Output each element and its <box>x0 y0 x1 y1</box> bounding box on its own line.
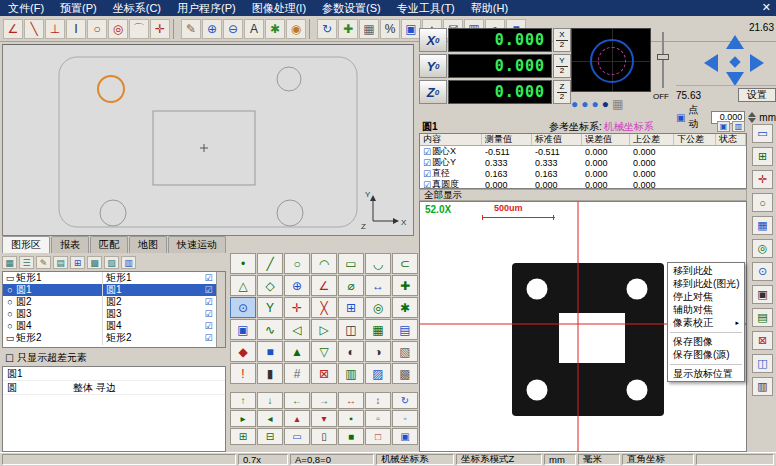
axis-zero-button[interactable]: X0 <box>419 28 447 52</box>
columns-icon[interactable]: ▥ <box>121 256 136 269</box>
frame-tool-icon[interactable]: ▣ <box>401 19 421 39</box>
step-right-icon[interactable]: ▸ <box>230 410 256 427</box>
ctx-pixel-calibration[interactable]: 像素校正 ▸ <box>668 316 744 329</box>
curve-tool-icon[interactable]: ∿ <box>257 319 283 340</box>
step-down-icon[interactable]: ▾ <box>311 410 337 427</box>
roi-ring-icon[interactable]: ◎ <box>752 239 773 258</box>
roi-close-icon[interactable]: ⊠ <box>752 331 773 350</box>
roi-circle-icon[interactable]: ○ <box>752 193 773 212</box>
detail-row-method[interactable]: 圆 整体 寻边 <box>3 381 225 395</box>
angle-measure-icon[interactable]: ∠ <box>311 275 337 296</box>
part-outline[interactable] <box>59 57 357 227</box>
solid-diamond-icon[interactable]: ◆ <box>230 341 256 362</box>
coordinate-tool-icon[interactable]: ▣ <box>717 121 730 132</box>
element-visible-check-icon[interactable]: ☑ <box>203 273 214 283</box>
roi-grid-icon[interactable]: ⊞ <box>752 147 773 166</box>
result-check-icon[interactable]: ☑ <box>423 158 431 168</box>
hatch-alt-icon[interactable]: ▨ <box>104 256 119 269</box>
element-type-icon[interactable]: ○ <box>4 285 16 295</box>
filter-row[interactable]: ☐ 只显示超差元素 <box>5 352 87 364</box>
jog-up-button[interactable] <box>726 35 744 49</box>
circle-2[interactable] <box>277 67 301 91</box>
arc-measure-icon[interactable]: ◠ <box>311 253 337 274</box>
half-circle-left-icon[interactable]: ◐ <box>338 341 364 362</box>
graphics-canvas[interactable]: Y X Z <box>2 44 414 236</box>
ctx-assist-focus[interactable]: 辅助对焦 <box>668 303 744 316</box>
height-tool-icon[interactable]: Ⅰ <box>66 19 86 39</box>
down-triangle-icon[interactable]: ▽ <box>311 341 337 362</box>
boxed-x-icon[interactable]: ⊠ <box>311 363 337 384</box>
light-grid-icon[interactable]: ▦ <box>612 98 623 110</box>
rotate-cw-icon[interactable]: ↻ <box>392 392 418 409</box>
menu-file[interactable]: 文件(F) <box>0 0 52 17</box>
alert-tool-icon[interactable]: ! <box>230 363 256 384</box>
ctx-move-here-light[interactable]: 移到此处(图光) <box>668 277 744 290</box>
step-up-icon[interactable]: ▴ <box>284 410 310 427</box>
grid-tool-icon[interactable]: ▦ <box>359 19 379 39</box>
axis-halve-button[interactable]: Z2 <box>553 80 571 104</box>
ctx-save-image-source[interactable]: 保存图像(源) <box>668 348 744 361</box>
filled-square-icon[interactable]: ■ <box>338 428 364 445</box>
menu-settings[interactable]: 参数设置(S) <box>314 0 389 17</box>
menu-help[interactable]: 帮助(H) <box>463 0 516 17</box>
grid-construct-icon[interactable]: ⊞ <box>338 297 364 318</box>
step-spinner[interactable] <box>748 112 756 123</box>
grid-plus-icon[interactable]: ⊞ <box>230 428 256 445</box>
axis-halve-button[interactable]: Y2 <box>553 54 571 78</box>
box-scan-icon[interactable]: ▣ <box>230 319 256 340</box>
circle-3[interactable] <box>100 200 126 226</box>
mesh-tool-icon[interactable]: ▦ <box>365 319 391 340</box>
construct-point-icon[interactable]: ⊕ <box>284 275 310 296</box>
perpendicular-tool-icon[interactable]: ⊥ <box>45 19 65 39</box>
element-type-icon[interactable]: ○ <box>4 309 16 319</box>
add-tool-icon[interactable]: ✚ <box>338 19 358 39</box>
edit-icon[interactable]: ✎ <box>36 256 51 269</box>
ctx-separator[interactable] <box>670 329 742 333</box>
grid-minus-icon[interactable]: ⊟ <box>257 428 283 445</box>
element-visible-check-icon[interactable]: ☑ <box>203 309 214 319</box>
element-row-rect2[interactable]: ▭ 矩形2 矩形2 ☑ ☑ <box>3 332 225 344</box>
toolbar-separator[interactable] <box>309 19 314 39</box>
menu-preset[interactable]: 预置(P) <box>52 0 105 17</box>
element-visible-check-icon[interactable]: ☑ <box>203 297 214 307</box>
hash-grid-icon[interactable]: # <box>284 363 310 384</box>
outline-square-icon[interactable]: □ <box>365 428 391 445</box>
element-type-icon[interactable]: ▭ <box>4 333 16 343</box>
settings-button[interactable]: 设置 <box>738 88 776 102</box>
add-view-icon[interactable]: ⊞ <box>70 256 85 269</box>
navigation-camera-view[interactable] <box>571 28 651 92</box>
cross-measure-icon[interactable]: ✚ <box>392 275 418 296</box>
selected-circle-1[interactable] <box>98 76 124 102</box>
intersect-tool-icon[interactable]: ╳ <box>311 297 337 318</box>
tab-report[interactable]: 报表 <box>51 236 89 253</box>
distance-measure-icon[interactable]: ↔ <box>365 275 391 296</box>
axis-zero-button[interactable]: Z0 <box>419 80 447 104</box>
result-check-icon[interactable]: ☑ <box>423 147 431 157</box>
wide-rect-icon[interactable]: ▭ <box>284 428 310 445</box>
circle-tool-icon[interactable]: ○ <box>87 19 107 39</box>
concentric-circle-tool-icon[interactable]: ◎ <box>108 19 128 39</box>
ctx-save-image[interactable]: 保存图像 <box>668 335 744 348</box>
edit-tool-icon[interactable]: ✎ <box>181 19 201 39</box>
element-type-icon[interactable]: ○ <box>4 297 16 307</box>
circle-4[interactable] <box>277 200 303 226</box>
open-arc-measure-icon[interactable]: ⊂ <box>392 253 418 274</box>
view-grid-icon[interactable]: ▦ <box>2 256 17 269</box>
light-ring-2-icon[interactable]: ● <box>581 98 588 110</box>
zoom-out-icon[interactable]: ⊖ <box>223 19 243 39</box>
span-v-icon[interactable]: ↕ <box>365 392 391 409</box>
columns-tool-icon[interactable]: ▥ <box>338 363 364 384</box>
step-left-icon[interactable]: ◂ <box>257 410 283 427</box>
rotate-tool-icon[interactable]: ↻ <box>317 19 337 39</box>
ring-measure-icon[interactable]: ◎ <box>365 297 391 318</box>
jog-right-icon[interactable]: → <box>311 392 337 409</box>
ctx-separator[interactable] <box>670 361 742 365</box>
zoom-in-icon[interactable]: ⊕ <box>202 19 222 39</box>
solid-triangle-icon[interactable]: ▲ <box>284 341 310 362</box>
small-box-icon[interactable]: ▫ <box>365 410 391 427</box>
circle-measure-icon[interactable]: ○ <box>284 253 310 274</box>
menu-coordinate[interactable]: 坐标系(C) <box>105 0 169 17</box>
roi-split-icon[interactable]: ◫ <box>752 354 773 373</box>
crosshair-tool-icon[interactable]: ✛ <box>284 297 310 318</box>
hatch-icon[interactable]: ▩ <box>87 256 102 269</box>
